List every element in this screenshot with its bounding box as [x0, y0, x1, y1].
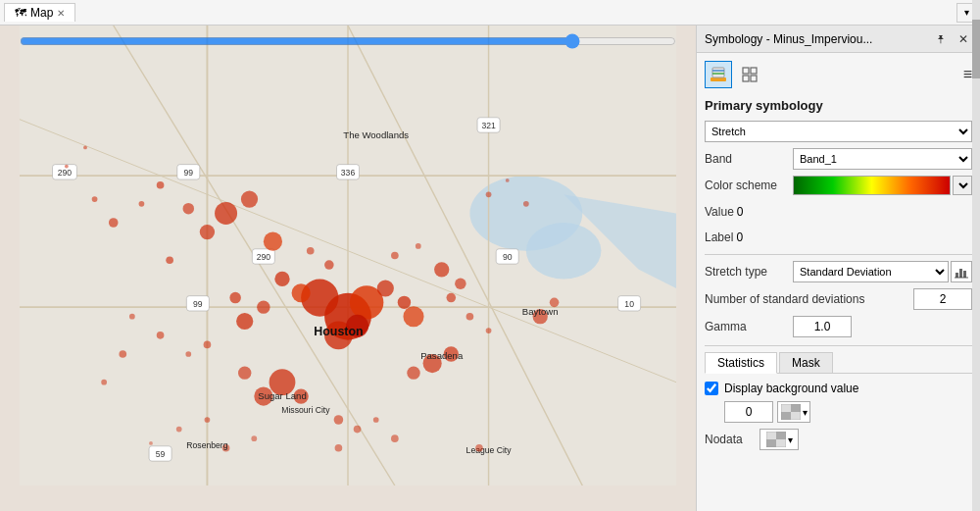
svg-rect-100 [710, 77, 726, 81]
svg-point-48 [139, 201, 145, 207]
std-dev-label: Number of standard deviations [705, 292, 913, 306]
svg-point-51 [166, 256, 173, 264]
svg-point-54 [447, 293, 457, 303]
map-tab[interactable]: 🗺 Map ✕ [4, 3, 75, 22]
histogram-button[interactable] [951, 261, 972, 282]
close-panel-button[interactable]: ✕ [955, 30, 972, 48]
stretch-type-select[interactable]: Standard Deviation None Minimum Maximum … [793, 261, 949, 282]
svg-rect-108 [956, 273, 958, 278]
scrollbar-thumb[interactable] [972, 26, 980, 78]
label-max-input[interactable] [890, 227, 980, 248]
grid-icon-btn[interactable] [736, 61, 763, 88]
statistics-tab[interactable]: Statistics [705, 352, 777, 374]
display-bg-label: Display background value [724, 382, 858, 395]
nodata-pattern-btn[interactable]: ▾ [760, 429, 799, 450]
svg-point-63 [324, 260, 334, 270]
map-slider[interactable] [20, 33, 676, 49]
svg-text:59: 59 [156, 449, 166, 459]
gamma-input[interactable] [793, 316, 852, 337]
svg-point-83 [205, 417, 211, 423]
std-dev-row: Number of standard deviations [705, 288, 972, 310]
label-min-input[interactable] [733, 227, 886, 248]
svg-point-39 [257, 300, 270, 313]
svg-rect-105 [751, 68, 757, 74]
svg-point-46 [264, 232, 282, 251]
nodata-label: Nodata [705, 433, 754, 446]
svg-point-58 [238, 366, 251, 379]
svg-point-45 [183, 203, 194, 214]
svg-point-49 [109, 218, 119, 228]
svg-text:99: 99 [193, 299, 203, 309]
svg-rect-104 [743, 68, 749, 74]
svg-point-50 [92, 196, 98, 202]
svg-point-38 [403, 306, 423, 327]
pattern-dropdown-arrow: ▾ [803, 407, 808, 418]
svg-point-82 [391, 434, 399, 442]
pattern-btn[interactable]: ▾ [777, 401, 810, 423]
color-scheme-row: Color scheme ▾ [705, 176, 972, 195]
svg-rect-110 [963, 271, 966, 278]
gamma-row: Gamma [705, 316, 972, 337]
scrollbar-track [972, 26, 980, 511]
svg-point-34 [274, 272, 289, 286]
stretch-type-label: Stretch type [705, 265, 793, 279]
svg-rect-115 [791, 412, 801, 420]
svg-point-71 [101, 380, 107, 385]
stretch-type-dropdown-row: Stretch [705, 121, 972, 142]
color-scheme-wrapper: ▾ [793, 176, 972, 195]
svg-rect-101 [712, 68, 724, 77]
svg-text:90: 90 [503, 252, 513, 262]
svg-point-53 [455, 278, 466, 288]
map-tab-close[interactable]: ✕ [57, 8, 65, 19]
grid-icon [741, 66, 759, 83]
svg-point-73 [83, 146, 87, 150]
svg-text:The Woodlands: The Woodlands [343, 129, 409, 140]
map-icon: 🗺 [15, 6, 26, 20]
svg-point-69 [129, 314, 135, 320]
symbology-icon-bar: ≡ [705, 61, 972, 88]
value-label: Value [705, 205, 734, 219]
panel-title-actions: 🖈 ✕ [931, 30, 972, 48]
display-bg-checkbox[interactable] [705, 382, 718, 395]
svg-rect-113 [791, 404, 801, 412]
svg-point-44 [200, 225, 215, 239]
pin-button[interactable]: 🖈 [931, 30, 951, 48]
color-scheme-label: Color scheme [705, 179, 793, 192]
label-row: Label [705, 227, 972, 248]
panel-menu-button[interactable]: ≡ [963, 66, 972, 83]
color-scheme-dropdown[interactable]: ▾ [953, 176, 972, 195]
svg-point-85 [251, 435, 257, 441]
svg-text:321: 321 [481, 121, 496, 130]
svg-text:League City: League City [466, 445, 513, 455]
svg-text:Houston: Houston [314, 325, 363, 338]
color-scheme-bar[interactable] [793, 176, 951, 195]
nodata-dropdown-arrow: ▾ [788, 434, 793, 445]
band-select[interactable]: Band_1 [793, 148, 972, 170]
display-bg-row: Display background value [705, 382, 972, 395]
histogram-icon [955, 265, 968, 279]
mask-tab[interactable]: Mask [779, 352, 833, 373]
stretch-type-row: Stretch type Standard Deviation None Min… [705, 261, 972, 282]
bg-value-row: ▾ [705, 401, 972, 423]
svg-text:Rosenberg: Rosenberg [186, 440, 227, 450]
svg-point-80 [354, 426, 362, 434]
panel-title: Symbology - Minus_Imperviou... [705, 32, 872, 46]
paint-icon-btn[interactable] [705, 61, 732, 88]
bg-value-input[interactable] [724, 401, 773, 423]
paint-icon [710, 66, 727, 83]
opacity-slider[interactable] [20, 33, 676, 49]
svg-point-86 [176, 427, 182, 433]
svg-point-35 [292, 283, 311, 302]
value-pair [734, 201, 980, 223]
map-svg[interactable]: 290 99 99 336 321 290 90 10 [0, 26, 696, 485]
svg-point-41 [229, 292, 240, 303]
nodata-row: Nodata ▾ [705, 429, 972, 450]
pattern-icon [781, 404, 801, 420]
right-panel: Symbology - Minus_Imperviou... 🖈 ✕ [696, 26, 980, 511]
svg-text:Sugar Land: Sugar Land [258, 390, 306, 401]
panel-body: ≡ Primary symbology Stretch Band Band_1 [697, 53, 980, 511]
value-min-input[interactable] [734, 201, 887, 223]
value-max-input[interactable] [891, 201, 980, 223]
std-dev-input[interactable] [913, 288, 972, 310]
primary-stretch-select[interactable]: Stretch [705, 121, 972, 142]
